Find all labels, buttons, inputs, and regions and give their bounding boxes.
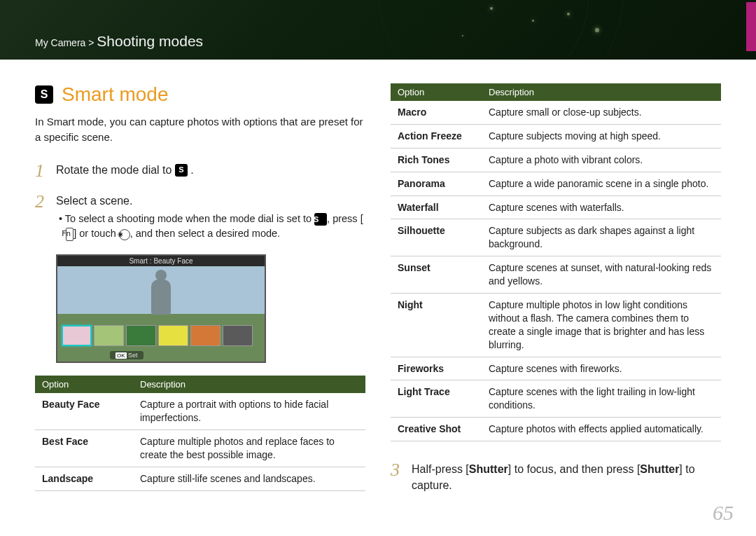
thumbnail	[62, 325, 92, 346]
preview-silhouette	[147, 270, 175, 326]
camera-touch-icon: ◉	[119, 229, 130, 240]
table-row: Action FreezeCapture subjects moving at …	[391, 124, 721, 148]
option-name: Light Trace	[391, 380, 482, 418]
right-column: Option Description MacroCapture small or…	[391, 83, 721, 507]
option-name: Best Face	[35, 430, 133, 467]
content: S Smart mode In Smart mode, you can capt…	[0, 60, 756, 507]
table-row: Best FaceCapture multiple photos and rep…	[35, 430, 365, 467]
th-option: Option	[35, 376, 133, 393]
preview-title: Smart : Beauty Face	[57, 256, 265, 266]
steps-list-right: 3 Half-press [Shutter] to focus, and the…	[391, 461, 721, 493]
thumbnail	[126, 325, 156, 346]
option-name: Silhouette	[391, 219, 482, 256]
tbody-right: MacroCapture small or close-up subjects.…	[391, 101, 721, 441]
option-desc: Capture still-life scenes and landscapes…	[133, 467, 365, 490]
steps-list: 1 Rotate the mode dial to S . 2 Select a…	[35, 162, 365, 242]
heading-text: Smart mode	[62, 83, 169, 106]
tbody-left: Beauty FaceCapture a portrait with optio…	[35, 393, 365, 490]
option-name: Macro	[391, 101, 482, 124]
option-name: Night	[391, 294, 482, 357]
option-name: Landscape	[35, 467, 133, 490]
thumbnail	[223, 325, 253, 346]
th-desc: Description	[482, 83, 721, 101]
fn-button-icon: Fn	[66, 228, 74, 241]
option-desc: Capture subjects moving at high speed.	[482, 124, 721, 148]
table-row: Creative ShotCapture photos with effects…	[391, 418, 721, 441]
options-table-right: Option Description MacroCapture small or…	[391, 83, 721, 441]
option-desc: Capture a photo with vibrant colors.	[482, 148, 721, 172]
table-row: PanoramaCapture a wide panoramic scene i…	[391, 172, 721, 195]
option-desc: Capture multiple photos in low light con…	[482, 294, 721, 357]
step-3: 3 Half-press [Shutter] to focus, and the…	[391, 461, 721, 493]
table-row: Light TraceCapture scenes with the light…	[391, 380, 721, 418]
smart-dial-icon: S	[314, 213, 327, 226]
page-number: 65	[713, 501, 734, 525]
option-desc: Capture scenes with fireworks.	[482, 357, 721, 380]
option-desc: Capture photos with effects applied auto…	[482, 418, 721, 441]
option-desc: Capture subjects as dark shapes against …	[482, 219, 721, 256]
th-desc: Description	[133, 376, 365, 393]
step-number: 3	[391, 461, 402, 493]
breadcrumb: My Camera > Shooting modes	[35, 33, 203, 50]
step-number: 2	[35, 193, 46, 242]
step-2-sub: To select a shooting mode when the mode …	[56, 212, 365, 242]
table-row: NightCapture multiple photos in low ligh…	[391, 294, 721, 357]
option-desc: Capture a wide panoramic scene in a sing…	[482, 172, 721, 195]
thumbnail	[190, 325, 220, 346]
section-tab	[746, 2, 756, 51]
camera-screen-preview: Smart : Beauty Face OK Set	[56, 254, 266, 363]
option-name: Beauty Face	[35, 393, 133, 430]
thumbnail	[158, 325, 188, 346]
preview-set-label: OK Set	[110, 351, 144, 359]
thumbnail	[94, 325, 124, 346]
options-table-left: Option Description Beauty FaceCapture a …	[35, 376, 365, 490]
option-desc: Capture multiple photos and replace face…	[133, 430, 365, 467]
preview-thumbnails	[62, 325, 253, 346]
option-desc: Capture small or close-up subjects.	[482, 101, 721, 124]
option-name: Panorama	[391, 172, 482, 195]
option-name: Sunset	[391, 256, 482, 294]
left-column: S Smart mode In Smart mode, you can capt…	[35, 83, 365, 507]
section-heading: S Smart mode	[35, 83, 365, 106]
option-name: Creative Shot	[391, 418, 482, 441]
smart-dial-icon: S	[175, 164, 188, 177]
intro-text: In Smart mode, you can capture photos wi…	[35, 114, 365, 145]
option-desc: Capture scenes at sunset, with natural-l…	[482, 256, 721, 294]
table-row: SunsetCapture scenes at sunset, with nat…	[391, 256, 721, 294]
table-row: FireworksCapture scenes with fireworks.	[391, 357, 721, 380]
table-row: MacroCapture small or close-up subjects.	[391, 101, 721, 124]
option-name: Waterfall	[391, 195, 482, 219]
decorative-arcs	[350, 0, 672, 60]
option-name: Fireworks	[391, 357, 482, 380]
step-2: 2 Select a scene. To select a shooting m…	[35, 193, 365, 242]
table-row: WaterfallCapture scenes with waterfalls.	[391, 195, 721, 219]
option-desc: Capture scenes with the light trailing i…	[482, 380, 721, 418]
option-name: Action Freeze	[391, 124, 482, 148]
step-1: 1 Rotate the mode dial to S .	[35, 162, 365, 180]
breadcrumb-prefix: My Camera >	[35, 37, 97, 48]
option-desc: Capture a portrait with options to hide …	[133, 393, 365, 430]
th-option: Option	[391, 83, 482, 101]
top-banner: My Camera > Shooting modes	[0, 0, 756, 60]
table-row: Rich TonesCapture a photo with vibrant c…	[391, 148, 721, 172]
smart-mode-icon: S	[35, 85, 53, 104]
breadcrumb-current: Shooting modes	[97, 33, 203, 49]
table-row: LandscapeCapture still-life scenes and l…	[35, 467, 365, 490]
step-number: 1	[35, 162, 46, 180]
option-desc: Capture scenes with waterfalls.	[482, 195, 721, 219]
table-row: SilhouetteCapture subjects as dark shape…	[391, 219, 721, 256]
option-name: Rich Tones	[391, 148, 482, 172]
table-row: Beauty FaceCapture a portrait with optio…	[35, 393, 365, 430]
